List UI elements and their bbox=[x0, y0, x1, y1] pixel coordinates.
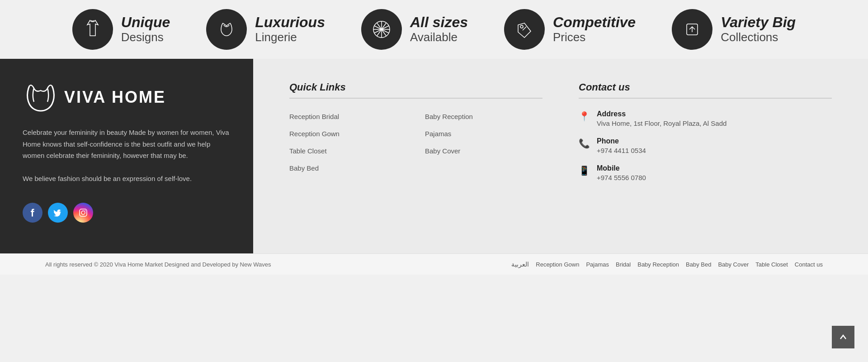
contact-mobile: 📱 Mobile +974 5556 0780 bbox=[579, 164, 832, 181]
variety-collections-text: Variety Big Collections bbox=[721, 14, 796, 44]
copyright-text: All rights reserved © 2020 Viva Home Mar… bbox=[45, 261, 271, 268]
sizes-title: All sizes bbox=[410, 14, 468, 30]
luxurious-title: Luxurious bbox=[255, 14, 325, 30]
bottom-link-baby-bed[interactable]: Baby Bed bbox=[686, 261, 711, 268]
facebook-icon[interactable] bbox=[23, 203, 42, 223]
link-reception-gown[interactable]: Reception Gown bbox=[289, 127, 407, 141]
collections-icon bbox=[672, 9, 712, 50]
footer-bottom-links: العربية Reception Gown Pajamas Bridal Ba… bbox=[511, 261, 823, 268]
mobile-value: +974 5556 0780 bbox=[597, 174, 646, 181]
link-table-closet[interactable]: Table Closet bbox=[289, 144, 407, 158]
sizes-icon bbox=[361, 9, 402, 50]
contact-section: Contact us 📍 Address Viva Home, 1st Floo… bbox=[579, 81, 832, 231]
feature-unique-designs: Unique Designs bbox=[72, 9, 170, 50]
twitter-icon[interactable] bbox=[48, 203, 68, 223]
brand-description: Celebrate your femininity in beauty Made… bbox=[23, 127, 231, 185]
unique-subtitle: Designs bbox=[121, 30, 170, 44]
address-icon: 📍 bbox=[579, 111, 590, 122]
bottom-link-reception-gown[interactable]: Reception Gown bbox=[536, 261, 579, 268]
mobile-label: Mobile bbox=[597, 164, 646, 172]
luxurious-lingerie-text: Luxurious Lingerie bbox=[255, 14, 325, 44]
bottom-link-bridal[interactable]: Bridal bbox=[616, 261, 631, 268]
features-bar: Unique Designs Luxurious Lingerie bbox=[0, 0, 868, 59]
variety-subtitle: Collections bbox=[721, 30, 796, 44]
feature-all-sizes: All sizes Available bbox=[361, 9, 468, 50]
brand-logo: VIVA HOME bbox=[23, 81, 166, 113]
luxurious-subtitle: Lingerie bbox=[255, 30, 325, 44]
link-pajamas[interactable]: Pajamas bbox=[425, 127, 542, 141]
contact-title: Contact us bbox=[579, 81, 832, 99]
link-baby-reception[interactable]: Baby Reception bbox=[425, 110, 542, 124]
feature-competitive-prices: Competitive Prices bbox=[504, 9, 636, 50]
viva-logo-svg bbox=[23, 81, 59, 113]
arabic-link[interactable]: العربية bbox=[511, 261, 529, 268]
social-icons bbox=[23, 203, 93, 223]
svg-point-12 bbox=[81, 211, 85, 214]
link-reception-bridal[interactable]: Reception Bridal bbox=[289, 110, 407, 124]
price-icon bbox=[504, 9, 545, 50]
brand-desc2: We believe fashion should be an expressi… bbox=[23, 175, 192, 182]
footer-main: VIVA HOME Celebrate your femininity in b… bbox=[0, 59, 868, 253]
footer-brand: VIVA HOME Celebrate your femininity in b… bbox=[0, 59, 253, 253]
contact-address: 📍 Address Viva Home, 1st Floor, Royal Pl… bbox=[579, 110, 832, 127]
competitive-title: Competitive bbox=[553, 14, 636, 30]
bottom-link-pajamas[interactable]: Pajamas bbox=[586, 261, 609, 268]
link-baby-cover[interactable]: Baby Cover bbox=[425, 144, 542, 158]
quick-links-grid: Reception Bridal Baby Reception Receptio… bbox=[289, 110, 542, 175]
feature-variety-collections: Variety Big Collections bbox=[672, 9, 796, 50]
address-value: Viva Home, 1st Floor, Royal Plaza, Al Sa… bbox=[597, 119, 726, 127]
contact-phone: 📞 Phone +974 4411 0534 bbox=[579, 137, 832, 154]
back-to-top-button[interactable] bbox=[832, 326, 854, 348]
competitive-subtitle: Prices bbox=[553, 30, 636, 44]
unique-designs-text: Unique Designs bbox=[121, 14, 170, 44]
instagram-icon[interactable] bbox=[73, 203, 93, 223]
footer-links-contact: Quick Links Reception Bridal Baby Recept… bbox=[253, 59, 868, 253]
unique-title: Unique bbox=[121, 14, 170, 30]
phone-label: Phone bbox=[597, 137, 646, 145]
phone-icon: 📞 bbox=[579, 138, 590, 149]
bottom-link-baby-reception[interactable]: Baby Reception bbox=[637, 261, 679, 268]
bottom-link-table-closet[interactable]: Table Closet bbox=[755, 261, 788, 268]
mobile-icon: 📱 bbox=[579, 165, 590, 176]
variety-title: Variety Big bbox=[721, 14, 796, 30]
lingerie-icon bbox=[206, 9, 247, 50]
footer-bottom: All rights reserved © 2020 Viva Home Mar… bbox=[0, 253, 868, 275]
bottom-link-contact-us[interactable]: Contact us bbox=[795, 261, 823, 268]
sizes-subtitle: Available bbox=[410, 30, 468, 44]
feature-luxurious-lingerie: Luxurious Lingerie bbox=[206, 9, 325, 50]
quick-links-section: Quick Links Reception Bridal Baby Recept… bbox=[289, 81, 542, 231]
dress-icon bbox=[72, 9, 113, 50]
competitive-prices-text: Competitive Prices bbox=[553, 14, 636, 44]
all-sizes-text: All sizes Available bbox=[410, 14, 468, 44]
svg-point-7 bbox=[520, 25, 523, 28]
svg-rect-11 bbox=[80, 209, 87, 216]
chevron-up-icon bbox=[839, 333, 848, 342]
link-baby-bed[interactable]: Baby Bed bbox=[289, 162, 407, 175]
brand-desc1: Celebrate your femininity in beauty Made… bbox=[23, 129, 229, 159]
address-label: Address bbox=[597, 110, 726, 118]
brand-name: VIVA HOME bbox=[64, 88, 166, 107]
bottom-link-baby-cover[interactable]: Baby Cover bbox=[718, 261, 749, 268]
svg-point-13 bbox=[85, 210, 86, 211]
phone-value: +974 4411 0534 bbox=[597, 147, 646, 154]
quick-links-title: Quick Links bbox=[289, 81, 542, 99]
